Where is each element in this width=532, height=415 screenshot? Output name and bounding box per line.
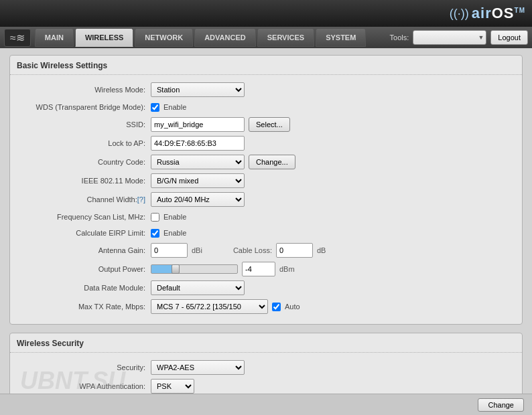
calc-eirp-label: Calculate EIRP Limit: (17, 229, 151, 237)
max-tx-auto-checkbox[interactable] (272, 303, 281, 311)
logout-button[interactable]: Logout (490, 30, 528, 45)
output-power-control: dBm (151, 262, 515, 276)
wds-row: WDS (Transparent Bridge Mode): Enable (10, 99, 522, 115)
country-change-button[interactable]: Change... (249, 155, 295, 169)
security-row: Security: WPA2-AES WPA2-TKIP WPA-AES Non… (10, 358, 522, 377)
antenna-gain-label: Antenna Gain: (17, 246, 151, 254)
tab-system[interactable]: SYSTEM (316, 28, 366, 47)
wireless-security-title: Wireless Security (10, 339, 522, 353)
ssid-select-button[interactable]: Select... (249, 117, 290, 132)
channel-width-row: Channel Width:[?] Auto 20/40 MHz 20 MHz … (10, 190, 522, 209)
ieee-mode-row: IEEE 802.11 Mode: B/G/N mixed B only G o… (10, 171, 522, 190)
tab-wireless[interactable]: WIRELESS (75, 28, 133, 47)
antenna-gain-unit: dBi (192, 246, 202, 254)
lock-ap-input[interactable] (151, 136, 245, 151)
freq-scan-label: Frequency Scan List, MHz: (17, 213, 151, 221)
channel-width-control: Auto 20/40 MHz 20 MHz 40 MHz (151, 192, 515, 207)
ssid-label: SSID: (17, 120, 151, 129)
security-select[interactable]: WPA2-AES WPA2-TKIP WPA-AES None (151, 360, 245, 375)
country-code-control: Russia USA Germany France Change... (151, 155, 515, 169)
data-rate-label: Data Rate Module: (17, 284, 151, 292)
wpa-auth-label: WPA Authentication: (17, 382, 151, 390)
freq-scan-checkbox[interactable] (151, 213, 159, 222)
brand-os: OS (492, 5, 515, 21)
brand-air: air (472, 5, 492, 21)
tab-services[interactable]: SERVICES (257, 28, 314, 47)
wds-enable-text: Enable (163, 103, 186, 111)
tools-select-wrapper: ▼ (413, 30, 486, 45)
max-tx-auto-text: Auto (285, 303, 300, 311)
ieee-mode-select[interactable]: B/G/N mixed B only G only N only (151, 173, 245, 188)
basic-wireless-section: Basic Wireless Settings Wireless Mode: S… (9, 55, 523, 325)
wireless-mode-select[interactable]: Station Access Point WDS Station WDS AP (151, 82, 245, 97)
antenna-cable-row: Antenna Gain: dBi Cable Loss: dB (10, 241, 522, 260)
nav-logo-icon: ≈≋ (10, 32, 25, 44)
antenna-gain-input[interactable] (151, 243, 188, 258)
tab-advanced[interactable]: ADVANCED (194, 28, 256, 47)
brand-tm: TM (515, 7, 525, 14)
brand-logo: airOSTM (472, 5, 525, 22)
security-label: Security: (17, 363, 151, 371)
wds-checkbox[interactable] (151, 103, 159, 112)
security-control: WPA2-AES WPA2-TKIP WPA-AES None (151, 360, 515, 375)
calc-eirp-enable-text: Enable (163, 229, 186, 237)
top-bar: ((·)) airOSTM (0, 0, 532, 27)
tab-network[interactable]: NETWORK (135, 28, 193, 47)
data-rate-row: Data Rate Module: Default Custom (10, 278, 522, 297)
nav-logo-button[interactable]: ≈≋ (4, 29, 31, 47)
channel-width-help-link[interactable]: [?] (137, 195, 145, 203)
tab-main[interactable]: MAIN (35, 28, 74, 47)
output-power-unit: dBm (279, 265, 295, 273)
ieee-mode-control: B/G/N mixed B only G only N only (151, 173, 515, 188)
output-power-input[interactable] (242, 262, 275, 276)
country-code-label: Country Code: (17, 158, 151, 166)
wpa-auth-select[interactable]: PSK EAP (151, 379, 194, 394)
wireless-mode-control: Station Access Point WDS Station WDS AP (151, 82, 515, 97)
calc-eirp-checkbox[interactable] (151, 229, 159, 238)
change-button[interactable]: Change (478, 398, 524, 412)
output-power-label: Output Power: (17, 265, 151, 273)
ssid-row: SSID: Select... (10, 115, 522, 134)
calc-eirp-control: Enable (151, 229, 515, 238)
lock-ap-control (151, 136, 515, 151)
ieee-mode-label: IEEE 802.11 Mode: (17, 177, 151, 185)
logo-area: ((·)) airOSTM (450, 5, 525, 22)
ssid-control: Select... (151, 117, 515, 132)
wpa-auth-control: PSK EAP (151, 379, 515, 394)
calc-eirp-row: Calculate EIRP Limit: Enable (10, 225, 522, 241)
data-rate-select[interactable]: Default Custom (151, 280, 245, 295)
wpa-auth-row: WPA Authentication: PSK EAP (10, 377, 522, 396)
slider-thumb (172, 264, 180, 274)
lock-ap-row: Lock to AP: (10, 134, 522, 153)
output-power-row: Output Power: dBm (10, 260, 522, 278)
country-code-select[interactable]: Russia USA Germany France (151, 155, 245, 169)
tools-label: Tools: (390, 33, 409, 42)
bottom-bar: Change (0, 394, 532, 415)
freq-scan-control: Enable (151, 213, 515, 222)
cable-loss-unit: dB (317, 246, 326, 254)
wds-control: Enable (151, 103, 515, 112)
max-tx-control: MCS 7 - 65/72.2 [135/150 Auto (151, 299, 515, 314)
max-tx-label: Max TX Rate, Mbps: (17, 303, 151, 311)
data-rate-control: Default Custom (151, 280, 515, 295)
tools-select[interactable] (413, 30, 486, 45)
wds-label: WDS (Transparent Bridge Mode): (17, 103, 151, 111)
cable-loss-label: Cable Loss: (233, 246, 272, 254)
wireless-mode-row: Wireless Mode: Station Access Point WDS … (10, 80, 522, 99)
main-content: Basic Wireless Settings Wireless Mode: S… (0, 48, 532, 415)
channel-width-select[interactable]: Auto 20/40 MHz 20 MHz 40 MHz (151, 192, 245, 207)
freq-scan-row: Frequency Scan List, MHz: Enable (10, 209, 522, 225)
wifi-icon: ((·)) (450, 7, 469, 21)
max-tx-row: Max TX Rate, Mbps: MCS 7 - 65/72.2 [135/… (10, 297, 522, 316)
max-tx-select[interactable]: MCS 7 - 65/72.2 [135/150 (151, 299, 268, 314)
output-power-slider[interactable] (151, 264, 238, 274)
wireless-mode-label: Wireless Mode: (17, 86, 151, 94)
nav-bar: ≈≋ MAIN WIRELESS NETWORK ADVANCED SERVIC… (0, 27, 532, 48)
basic-wireless-title: Basic Wireless Settings (10, 61, 522, 75)
ssid-input[interactable] (151, 117, 245, 132)
country-code-row: Country Code: Russia USA Germany France … (10, 153, 522, 171)
lock-ap-label: Lock to AP: (17, 139, 151, 147)
antenna-gain-control: dBi Cable Loss: dB (151, 243, 515, 258)
cable-loss-input[interactable] (276, 243, 313, 258)
channel-width-label: Channel Width:[?] (17, 195, 151, 203)
